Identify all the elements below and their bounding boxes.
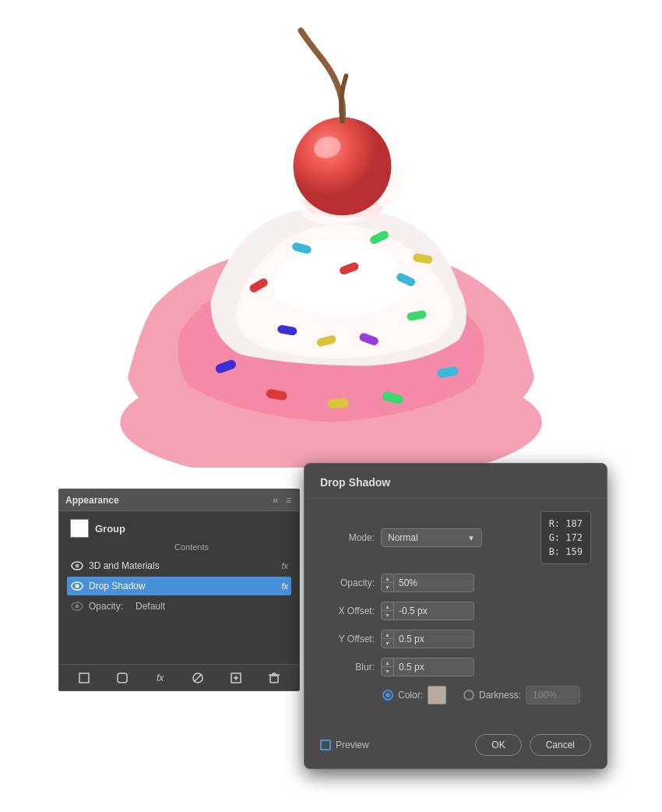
layer-name-3d: 3D and Materials	[89, 560, 276, 571]
layer-name-drop-shadow: Drop Shadow	[89, 581, 276, 591]
preview-checkbox[interactable]	[320, 740, 331, 750]
panel-title: Appearance	[65, 495, 119, 506]
drop-shadow-dialog: Drop Shadow Mode: Normal ▼ R: 187 G: 172…	[304, 463, 607, 769]
svg-point-20	[76, 564, 79, 568]
clear-icon[interactable]	[190, 670, 206, 686]
panel-body: Group Contents 3D and Materials fx Drop …	[59, 511, 299, 623]
opacity-spinner[interactable]: ▲ ▼ 50%	[381, 574, 474, 592]
blur-value: 0.5 px	[394, 658, 474, 676]
y-offset-down-arrow[interactable]: ▼	[382, 639, 393, 648]
panel-header: Appearance « ≡	[59, 489, 299, 511]
x-offset-label: X Offset:	[320, 605, 375, 616]
preview-label: Preview	[336, 740, 369, 750]
x-offset-down-arrow[interactable]: ▼	[382, 611, 393, 620]
color-swatch[interactable]	[428, 686, 446, 704]
x-offset-arrows[interactable]: ▲ ▼	[382, 602, 394, 620]
opacity-up-arrow[interactable]: ▲	[382, 574, 393, 583]
opacity-spinner-value: 50%	[394, 574, 474, 591]
mode-row: Mode: Normal ▼ R: 187 G: 172 B: 159	[320, 511, 591, 564]
dropdown-arrow-icon: ▼	[467, 534, 475, 542]
x-offset-value: -0.5 px	[394, 602, 474, 620]
opacity-value: Default	[136, 601, 165, 612]
y-offset-label: Y Offset:	[320, 634, 375, 644]
opacity-dialog-row: Opacity: ▲ ▼ 50%	[320, 574, 591, 592]
preview-wrap: Preview	[320, 740, 467, 750]
canvas-area	[0, 0, 662, 483]
opacity-arrows[interactable]: ▲ ▼	[382, 574, 394, 591]
layer-row-drop-shadow[interactable]: Drop Shadow fx	[67, 577, 291, 595]
rgb-display: R: 187 G: 172 B: 159	[541, 511, 591, 564]
opacity-dialog-label: Opacity:	[320, 577, 375, 588]
eye-icon-3d[interactable]	[70, 561, 84, 570]
new-layer-icon[interactable]	[76, 670, 92, 686]
y-offset-row: Y Offset: ▲ ▼ 0.5 px	[320, 630, 591, 648]
svg-point-17	[294, 118, 392, 216]
mode-dropdown[interactable]: Normal ▼	[381, 528, 482, 547]
rgb-b: B: 159	[549, 545, 583, 559]
color-radio-group[interactable]: Color:	[382, 686, 446, 704]
blur-up-arrow[interactable]: ▲	[382, 658, 393, 667]
dialog-title: Drop Shadow	[305, 464, 607, 499]
rgb-g: G: 172	[549, 531, 583, 545]
opacity-row: Opacity: Default	[67, 597, 291, 616]
group-row: Group	[67, 517, 291, 539]
rgb-r: R: 187	[549, 517, 583, 531]
ok-button[interactable]: OK	[475, 734, 521, 756]
svg-line-28	[194, 674, 202, 682]
eye-icon-drop-shadow[interactable]	[70, 581, 84, 591]
fx-badge-drop-shadow: fx	[281, 581, 288, 591]
panel-collapse-btn[interactable]: «	[271, 495, 280, 506]
fx-icon[interactable]: fx	[153, 670, 168, 686]
darkness-radio-label: Darkness:	[479, 690, 521, 701]
color-radio-label: Color:	[398, 690, 423, 701]
opacity-down-arrow[interactable]: ▼	[382, 583, 393, 591]
darkness-value: 100%	[526, 686, 580, 704]
y-offset-arrows[interactable]: ▲ ▼	[382, 630, 394, 648]
darkness-radio-group[interactable]: Darkness: 100%	[463, 686, 580, 704]
eye-icon-opacity[interactable]	[70, 602, 84, 611]
x-offset-row: X Offset: ▲ ▼ -0.5 px	[320, 602, 591, 620]
x-offset-spinner[interactable]: ▲ ▼ -0.5 px	[381, 602, 474, 620]
mode-label: Mode:	[320, 532, 375, 543]
opacity-label: Opacity:	[89, 601, 123, 612]
mode-value: Normal	[388, 532, 418, 543]
blur-arrows[interactable]: ▲ ▼	[382, 658, 394, 676]
y-offset-spinner[interactable]: ▲ ▼ 0.5 px	[381, 630, 474, 648]
fx-badge-3d[interactable]: fx	[281, 561, 288, 570]
color-radio-btn[interactable]	[382, 690, 393, 701]
svg-rect-26	[118, 673, 127, 683]
cancel-button[interactable]: Cancel	[530, 734, 591, 756]
blur-spinner[interactable]: ▲ ▼ 0.5 px	[381, 658, 474, 676]
layer-row-3d: 3D and Materials fx	[67, 556, 291, 575]
x-offset-up-arrow[interactable]: ▲	[382, 602, 393, 611]
svg-rect-32	[270, 676, 278, 683]
group-label: Group	[95, 523, 125, 535]
darkness-radio-btn[interactable]	[463, 690, 474, 701]
dialog-body: Mode: Normal ▼ R: 187 G: 172 B: 159 Opac…	[305, 499, 607, 726]
appearance-panel: Appearance « ≡ Group Contents 3D and Mat…	[58, 489, 300, 691]
group-swatch[interactable]	[70, 519, 89, 538]
add-layer-icon[interactable]	[228, 670, 244, 686]
panel-toolbar: fx	[59, 664, 299, 690]
blur-label: Blur:	[320, 662, 375, 673]
blur-down-arrow[interactable]: ▼	[382, 667, 393, 676]
svg-rect-25	[79, 673, 89, 683]
rounded-layer-icon[interactable]	[114, 670, 130, 686]
y-offset-value: 0.5 px	[394, 630, 474, 648]
svg-point-22	[76, 584, 79, 588]
delete-layer-icon[interactable]	[266, 670, 282, 686]
svg-point-24	[76, 605, 79, 609]
blur-row: Blur: ▲ ▼ 0.5 px	[320, 658, 591, 676]
panel-menu-btn[interactable]: ≡	[284, 495, 293, 506]
color-row: Color: Darkness: 100%	[320, 686, 591, 704]
dialog-footer: Preview OK Cancel	[305, 726, 607, 768]
y-offset-up-arrow[interactable]: ▲	[382, 630, 393, 639]
contents-label: Contents	[67, 542, 291, 552]
